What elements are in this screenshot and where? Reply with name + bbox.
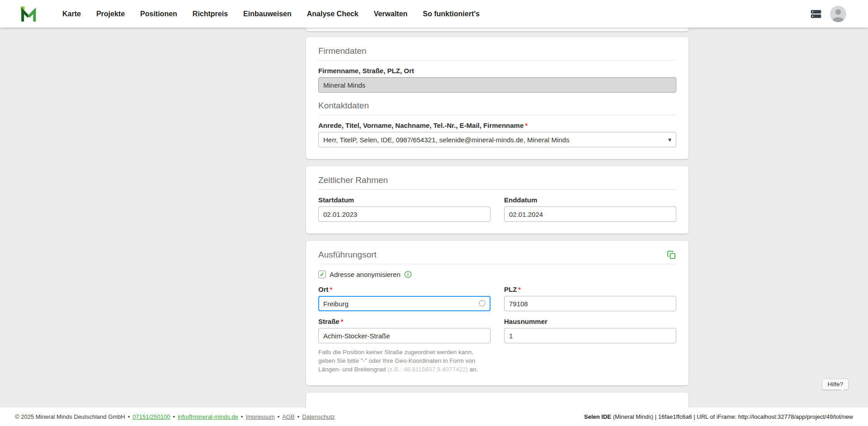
footer-debug-info: Selen IDE (Mineral Minds) | 16fae1ffc6a6… (584, 413, 853, 420)
ort-field[interactable] (318, 296, 491, 311)
help-button[interactable]: Hilfe? (822, 379, 849, 390)
hint-part2: an. (468, 366, 478, 373)
kontakt-label: Anrede, Titel, Vorname, Nachname, Tel.-N… (318, 122, 676, 129)
nav-item-analyse-check[interactable]: Analyse Check (307, 10, 359, 18)
field-hausnummer: Hausnummer (504, 318, 676, 343)
kontakt-label-text: Anrede, Titel, Vorname, Nachname, Tel.-N… (318, 122, 524, 129)
required-asterisk: * (525, 122, 528, 129)
nav-item-positionen[interactable]: Positionen (140, 10, 177, 18)
nav-item-projekte[interactable]: Projekte (96, 10, 125, 18)
ort-label-text: Ort (318, 286, 329, 293)
hint-example: (z.B.: 48.8115607,9.4077422) (387, 366, 468, 373)
hausnummer-field[interactable] (504, 328, 676, 343)
server-icon[interactable] (809, 8, 823, 20)
required-asterisk: * (330, 286, 333, 293)
plz-field[interactable] (504, 296, 676, 311)
separator-dot: • (128, 413, 130, 420)
startdatum-field[interactable] (318, 206, 491, 222)
nav-item-so-funktionierts[interactable]: So funktioniert's (423, 10, 480, 18)
footer-agb-link[interactable]: AGB (282, 413, 294, 420)
plz-label: PLZ* (504, 286, 676, 293)
required-asterisk: * (518, 286, 521, 293)
anonymisieren-checkbox[interactable]: ✓ (318, 271, 326, 278)
main-navigation: Karte Projekte Positionen Richtpreis Ein… (62, 10, 480, 18)
nav-item-karte[interactable]: Karte (62, 10, 81, 18)
separator-dot: • (297, 413, 300, 420)
enddatum-label: Enddatum (504, 196, 676, 204)
kontakt-select[interactable]: Herr, TitelP, Selen, IDE, 0987/654321, s… (318, 132, 676, 147)
user-avatar-icon[interactable] (830, 6, 846, 22)
field-strasse: Straße* (318, 318, 491, 343)
card-ausfuehrungsort: Ausführungsort ✓ Adresse anonymisieren (306, 241, 689, 385)
mineral-minds-logo[interactable] (20, 5, 39, 23)
strasse-field[interactable] (318, 328, 491, 343)
separator-dot: • (173, 413, 175, 420)
card-firmendaten: Firmendaten Firmenname, Straße, PLZ, Ort… (306, 37, 689, 159)
loading-spinner-icon (479, 300, 486, 307)
section-title-firmendaten: Firmendaten (318, 46, 676, 56)
field-ort: Ort* (318, 286, 491, 311)
nav-item-einbauweisen[interactable]: Einbauweisen (243, 10, 292, 18)
strasse-hint-text: Falls die Position keiner Straße zugeord… (318, 348, 491, 374)
field-enddatum: Enddatum (504, 196, 676, 222)
copy-icon[interactable] (667, 250, 676, 260)
firmenname-label: Firmenname, Straße, PLZ, Ort (318, 67, 676, 75)
footer-email-link[interactable]: info@mineral-minds.de (178, 413, 238, 420)
nav-item-richtpreis[interactable]: Richtpreis (193, 10, 228, 18)
footer-left: © 2025 Mineral Minds Deutschland GmbH • … (15, 413, 335, 420)
navbar-right (809, 6, 846, 22)
strasse-label-text: Straße (318, 318, 340, 325)
top-navbar: Karte Projekte Positionen Richtpreis Ein… (0, 0, 868, 28)
section-divider (318, 115, 676, 115)
info-icon[interactable] (404, 271, 412, 278)
hausnummer-label: Hausnummer (504, 318, 676, 325)
strasse-label: Straße* (318, 318, 491, 325)
field-startdatum: Startdatum (318, 196, 491, 222)
footer-phone-link[interactable]: 07151/250100 (132, 413, 170, 420)
form-content-column: Firmendaten Firmenname, Straße, PLZ, Ort… (306, 28, 689, 411)
section-title-kontaktdaten: Kontaktdaten (318, 101, 676, 111)
footer-app-name: Selen IDE (584, 413, 611, 420)
field-plz: PLZ* (504, 286, 676, 311)
chevron-down-icon: ▾ (668, 136, 671, 143)
plz-label-text: PLZ (504, 286, 517, 293)
separator-dot: • (278, 413, 280, 420)
kontakt-select-value: Herr, TitelP, Selen, IDE, 0987/654321, s… (323, 136, 569, 144)
nav-item-verwalten[interactable]: Verwalten (374, 10, 408, 18)
section-title-zeitlicher-rahmen: Zeitlicher Rahmen (318, 175, 676, 185)
footer-debug-text: (Mineral Minds) | 16fae1ffc6a6 | URL of … (611, 413, 853, 420)
firmenname-field (318, 77, 676, 93)
section-title-ausfuehrungsort: Ausführungsort (318, 250, 377, 260)
ort-label: Ort* (318, 286, 491, 293)
footer-impressum-link[interactable]: Impressum (245, 413, 274, 420)
card-scrolled-above (306, 28, 689, 31)
section-divider (318, 189, 676, 190)
startdatum-label: Startdatum (318, 196, 491, 204)
anonymisieren-label[interactable]: Adresse anonymisieren (330, 271, 401, 278)
card-zeitlicher-rahmen: Zeitlicher Rahmen Startdatum Enddatum (306, 166, 689, 234)
separator-dot: • (241, 413, 243, 420)
section-divider (318, 60, 676, 61)
footer-datenschutz-link[interactable]: Datenschutz (302, 413, 335, 420)
page-footer: © 2025 Mineral Minds Deutschland GmbH • … (0, 407, 868, 426)
copyright-text: © 2025 Mineral Minds Deutschland GmbH (15, 413, 125, 420)
enddatum-field[interactable] (504, 206, 676, 222)
section-divider (318, 264, 676, 264)
anonymisieren-row: ✓ Adresse anonymisieren (318, 271, 676, 278)
required-asterisk: * (341, 318, 344, 325)
